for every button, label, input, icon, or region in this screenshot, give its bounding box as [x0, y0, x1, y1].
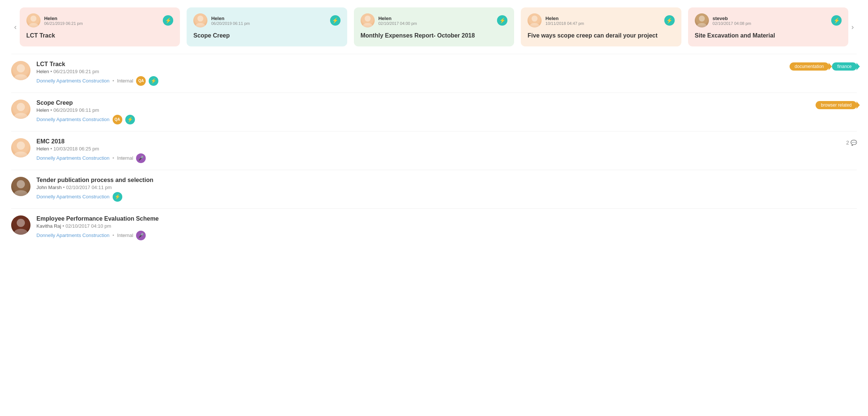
svg-point-15: [14, 152, 28, 157]
list-item-2: Scope Creep Helen • 06/20/2019 06:11 pm …: [11, 92, 857, 131]
project-link[interactable]: Donnelly Apartments Construction: [36, 194, 110, 199]
card-avatar: [527, 13, 542, 27]
item-date: 02/10/2017 04:11 pm: [66, 185, 112, 190]
carousel-card-3[interactable]: Helen 02/10/2017 04:00 pm ⚡ Monthly Expe…: [354, 7, 514, 46]
list-title[interactable]: EMC 2018: [36, 138, 846, 145]
list-right: browser related: [816, 100, 857, 109]
carousel-card-5[interactable]: steveb 02/10/2017 04:08 pm ⚡ Site Excava…: [688, 7, 849, 46]
separator: •: [63, 185, 66, 190]
item-date: 02/10/2017 04:10 pm: [65, 223, 111, 229]
list-avatar: [11, 177, 30, 196]
separator: •: [51, 69, 54, 74]
svg-point-16: [17, 180, 25, 188]
tag-2[interactable]: finance: [832, 62, 857, 71]
project-link[interactable]: Donnelly Apartments Construction: [36, 117, 110, 122]
item-date: 06/20/2019 06:11 pm: [54, 107, 99, 113]
project-link[interactable]: Donnelly Apartments Construction: [36, 78, 110, 84]
card-badge: ⚡: [831, 15, 842, 26]
author-name: Helen: [36, 69, 49, 74]
card-author: Helen: [545, 16, 661, 21]
card-meta: steveb 02/10/2017 04:08 pm: [713, 16, 828, 26]
list-item-3: EMC 2018 Helen • 10/03/2018 06:25 pm Don…: [11, 131, 857, 170]
card-avatar: [361, 13, 375, 27]
card-author: Helen: [44, 16, 159, 21]
project-row: Donnelly Apartments Construction • Inter…: [36, 76, 790, 86]
list-avatar: [11, 215, 30, 235]
card-author: Helen: [211, 16, 326, 21]
card-date: 10/11/2018 04:47 pm: [545, 21, 661, 26]
author-date: Helen • 06/21/2019 06:21 pm: [36, 69, 790, 74]
list-title[interactable]: Scope Creep: [36, 100, 816, 106]
author-name: Helen: [36, 107, 49, 113]
svg-point-0: [30, 16, 36, 22]
dot-separator: •: [113, 233, 114, 238]
card-title: Site Excavation and Material: [695, 32, 842, 40]
mic-badge: 🎤: [136, 231, 146, 240]
card-title: LCT Track: [26, 32, 174, 40]
list-item-1: LCT Track Helen • 06/21/2019 06:21 pm Do…: [11, 54, 857, 92]
svg-point-14: [17, 142, 25, 150]
svg-point-10: [17, 64, 25, 72]
carousel-left-arrow[interactable]: ‹: [11, 23, 20, 31]
card-date: 06/21/2019 06:21 pm: [44, 21, 159, 26]
project-row: Donnelly Apartments Construction ⚡: [36, 192, 857, 202]
teal-icon-badge: ⚡: [149, 76, 158, 86]
carousel-section: ‹ Helen 06/21/2019 06:21 pm ⚡ LCT Track: [0, 0, 868, 54]
item-date: 10/03/2018 06:25 pm: [54, 146, 99, 152]
card-date: 02/10/2017 04:00 pm: [378, 21, 494, 26]
svg-point-11: [14, 74, 28, 80]
author-name: Helen: [36, 146, 49, 152]
list-item-5: Employee Performance Evaluation Scheme K…: [11, 208, 857, 247]
svg-point-13: [14, 113, 28, 119]
carousel-card-1[interactable]: Helen 06/21/2019 06:21 pm ⚡ LCT Track: [20, 7, 180, 46]
list-content: Tender publication process and selection…: [36, 177, 857, 202]
card-header: Helen 10/11/2018 04:47 pm ⚡: [527, 13, 675, 27]
carousel-card-2[interactable]: Helen 06/20/2019 06:11 pm ⚡ Scope Creep: [187, 7, 347, 46]
teal-icon-badge: ⚡: [125, 115, 135, 124]
comment-count: 2 💬: [846, 140, 857, 146]
card-meta: Helen 02/10/2017 04:00 pm: [378, 16, 494, 26]
card-badge: ⚡: [664, 15, 675, 26]
svg-point-1: [29, 23, 38, 27]
qa-badge: QA: [136, 76, 146, 86]
carousel-card-4[interactable]: Helen 10/11/2018 04:47 pm ⚡ Five ways sc…: [521, 7, 681, 46]
svg-point-8: [699, 16, 705, 22]
card-date: 06/20/2019 06:11 pm: [211, 21, 326, 26]
project-link[interactable]: Donnelly Apartments Construction: [36, 155, 110, 161]
list-avatar: [11, 100, 30, 119]
card-author: steveb: [713, 16, 828, 21]
svg-point-19: [14, 229, 28, 235]
author-name: Kavitha Raj: [36, 223, 61, 229]
list-right: documentationfinance: [790, 61, 857, 71]
carousel-right-arrow[interactable]: ›: [848, 23, 857, 31]
separator: •: [51, 107, 54, 113]
svg-point-17: [14, 190, 28, 196]
svg-point-2: [197, 16, 203, 22]
comment-icon: 💬: [851, 140, 857, 146]
list-title[interactable]: Tender publication process and selection: [36, 177, 857, 183]
tag-1[interactable]: documentation: [790, 62, 829, 71]
list-content: EMC 2018 Helen • 10/03/2018 06:25 pm Don…: [36, 138, 846, 163]
teal-icon-badge: ⚡: [113, 192, 122, 202]
project-link[interactable]: Donnelly Apartments Construction: [36, 233, 110, 238]
list-avatar: [11, 138, 30, 157]
project-row: Donnelly Apartments Construction • Inter…: [36, 153, 846, 163]
card-header: Helen 06/21/2019 06:21 pm ⚡: [26, 13, 174, 27]
dot-separator: •: [113, 78, 114, 84]
svg-point-4: [365, 16, 371, 22]
visibility-label: Internal: [117, 155, 133, 161]
tag-1[interactable]: browser related: [816, 101, 857, 109]
list-content: LCT Track Helen • 06/21/2019 06:21 pm Do…: [36, 61, 790, 86]
list-title[interactable]: Employee Performance Evaluation Scheme: [36, 215, 857, 222]
project-row: Donnelly Apartments Construction QA⚡: [36, 115, 816, 124]
list-content: Employee Performance Evaluation Scheme K…: [36, 215, 857, 240]
card-avatar: [193, 13, 207, 27]
card-badge: ⚡: [497, 15, 507, 26]
svg-point-6: [532, 16, 538, 22]
dot-separator: •: [113, 155, 114, 161]
mic-badge: 🎤: [136, 153, 146, 163]
project-row: Donnelly Apartments Construction • Inter…: [36, 231, 857, 240]
comment-number: 2: [846, 140, 849, 146]
author-date: Helen • 06/20/2019 06:11 pm: [36, 107, 816, 113]
list-title[interactable]: LCT Track: [36, 61, 790, 68]
